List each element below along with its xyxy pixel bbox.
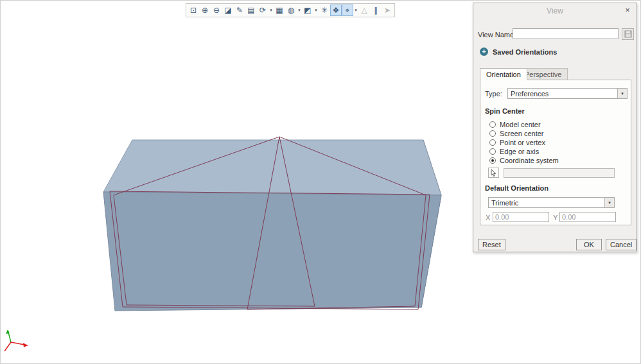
model-front-face[interactable] (103, 192, 441, 311)
view-name-label: View Name: (478, 31, 516, 39)
pencil-icon: ✎ (236, 4, 243, 16)
sparkle-icon: ✳ (321, 4, 328, 16)
radio-screen-center[interactable]: Screen center (489, 129, 543, 137)
csys-reference-input[interactable] (504, 168, 615, 178)
radio-coordinate-system[interactable]: Coordinate system (489, 156, 559, 164)
zoom-in-icon: ⊕ (202, 4, 208, 16)
arrow-right-icon: ➤ (384, 4, 391, 16)
ok-button[interactable]: OK (576, 239, 602, 250)
dialog-title: View (473, 6, 637, 15)
datum-display-button[interactable]: ❖ (330, 4, 342, 16)
view-dialog: View × View Name: + Saved Orientations O… (473, 3, 637, 252)
model-top-face[interactable] (103, 140, 441, 195)
x-input[interactable] (493, 212, 549, 222)
cursor-arrow-icon (491, 169, 496, 177)
view-manager-button[interactable]: ◍ (285, 4, 297, 16)
orientation-value: Trimetric (489, 199, 604, 207)
sketch-view-button[interactable]: ✎ (234, 4, 245, 16)
saved-orientations-button[interactable]: ⟳ (257, 4, 268, 16)
save-icon (624, 30, 632, 38)
shaded-square-icon: ◪ (224, 4, 231, 16)
x-label: X (486, 214, 490, 221)
type-value: Preferences (508, 90, 617, 98)
repaint-button[interactable]: ◪ (222, 4, 234, 16)
type-combobox[interactable]: Preferences ▾ (507, 88, 628, 99)
zoom-out-button[interactable]: ⊖ (211, 4, 222, 16)
cancel-button[interactable]: Cancel (606, 239, 637, 250)
radio-model-center[interactable]: Model center (489, 120, 541, 128)
radio-icon (489, 139, 496, 146)
default-orientation-combobox[interactable]: Trimetric ▾ (488, 197, 615, 208)
tab-orientation[interactable]: Orientation (480, 68, 527, 80)
globe-icon: ◍ (288, 4, 294, 16)
capture-image-button[interactable]: ▦ (274, 4, 285, 16)
y-input[interactable] (559, 212, 616, 222)
graphics-toolbar: ⊡ ⊕ ⊖ ◪ ✎ ▤ ⟳ ▾ ▦ ◍ ▾ ◩ ▾ ✳ ❖ ⌖ ▾ △ ∥ ➤ (186, 3, 395, 17)
close-icon[interactable]: × (623, 6, 632, 15)
play-button[interactable]: ➤ (382, 4, 393, 16)
saved-orientations-label: Saved Orientations (493, 48, 557, 56)
grid-page-icon: ▦ (276, 4, 283, 16)
display-style-button[interactable]: ▤ (245, 4, 257, 16)
y-label: Y (553, 214, 558, 221)
view-manager-caret[interactable]: ▾ (297, 4, 302, 16)
orientation-tab-panel: Type: Preferences ▾ Spin Center Model ce… (480, 80, 631, 225)
radio-label: Edge or axis (500, 148, 539, 155)
radio-icon (489, 148, 496, 155)
csys-display-button[interactable]: ⌖ (342, 4, 353, 16)
triangle-icon: △ (361, 4, 367, 16)
page-icon: ▤ (247, 4, 254, 16)
radio-label: Coordinate system (500, 157, 559, 164)
radio-icon (489, 121, 496, 128)
zoom-in-button[interactable]: ⊕ (199, 4, 211, 16)
view-name-input[interactable] (513, 28, 619, 39)
rotate-icon: ⟳ (259, 4, 266, 16)
chevron-down-icon[interactable]: ▾ (604, 198, 614, 207)
chevron-down-icon[interactable]: ▾ (617, 89, 627, 98)
annotation-display-button[interactable]: ✳ (319, 4, 330, 16)
radio-label: Screen center (500, 130, 543, 137)
save-view-button[interactable] (622, 28, 634, 40)
spin-center-label: Spin Center (485, 107, 525, 115)
application-window: ⊡ ⊕ ⊖ ◪ ✎ ▤ ⟳ ▾ ▦ ◍ ▾ ◩ ▾ ✳ ❖ ⌖ ▾ △ ∥ ➤ … (0, 0, 641, 364)
radio-icon (489, 157, 496, 164)
colored-grid-icon: ❖ (333, 4, 340, 16)
section-button[interactable]: ◩ (302, 4, 313, 16)
radio-icon (489, 130, 496, 137)
saved-orientations-caret[interactable]: ▾ (268, 4, 274, 16)
radio-edge-or-axis[interactable]: Edge or axis (489, 147, 539, 155)
pause-icon: ∥ (374, 4, 378, 16)
half-square-icon: ◩ (304, 4, 311, 16)
expand-icon[interactable]: + (480, 48, 488, 56)
zoom-out-icon: ⊖ (213, 4, 220, 16)
orientation-triad (4, 330, 28, 351)
radio-label: Model center (500, 121, 541, 128)
dialog-titlebar[interactable]: View × (473, 3, 637, 19)
spin-center-toggle-button[interactable]: △ (358, 4, 370, 16)
reset-button[interactable]: Reset (478, 239, 505, 250)
select-csys-button[interactable] (488, 168, 499, 178)
section-caret[interactable]: ▾ (313, 4, 319, 16)
radio-label: Point or vertex (500, 139, 545, 146)
type-label: Type: (485, 90, 502, 98)
refit-button[interactable]: ⊡ (188, 4, 199, 16)
axes-target-icon: ⌖ (346, 4, 350, 16)
csys-display-caret[interactable]: ▾ (353, 4, 358, 16)
pause-button[interactable]: ∥ (370, 4, 382, 16)
magnifier-box-icon: ⊡ (190, 4, 197, 16)
radio-point-or-vertex[interactable]: Point or vertex (489, 138, 545, 146)
default-orientation-label: Default Orientation (485, 184, 549, 192)
